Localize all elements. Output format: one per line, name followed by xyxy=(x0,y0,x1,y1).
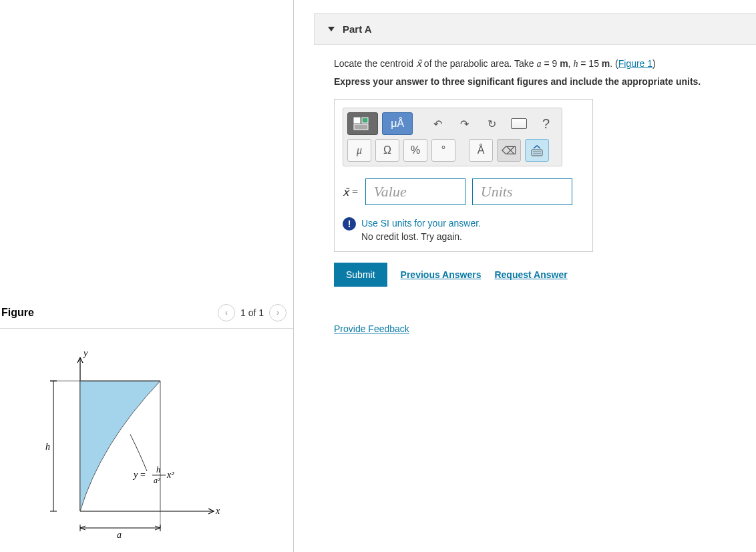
feedback-line1: Use SI units for your answer. xyxy=(361,217,481,231)
svg-text:y: y xyxy=(132,470,138,480)
reset-button[interactable]: ↻ xyxy=(480,112,504,135)
templates-icon xyxy=(353,116,373,131)
previous-answers-link[interactable]: Previous Answers xyxy=(401,269,482,280)
figure-title: Figure xyxy=(1,307,34,319)
submit-button[interactable]: Submit xyxy=(334,263,387,287)
answer-input-row: x̄ = Value Units xyxy=(343,178,584,205)
svg-text:x²: x² xyxy=(166,470,174,480)
alert-icon: ! xyxy=(343,217,356,231)
figure-a-label: a xyxy=(117,530,122,540)
figure-counter: 1 of 1 xyxy=(240,307,264,318)
feedback-line2: No credit lost. Try again. xyxy=(361,231,481,244)
svg-rect-18 xyxy=(354,118,360,123)
answer-toolbar: μÅ ↶ ↷ ↻ ? μ Ω % ° Å xyxy=(343,108,562,166)
figure-equation: y = h a² x² xyxy=(132,465,174,485)
express-instruction: Express your answer to three significant… xyxy=(334,76,756,87)
answer-variable-label: x̄ = xyxy=(343,186,359,198)
answer-box: μÅ ↶ ↷ ↻ ? μ Ω % ° Å xyxy=(334,99,593,252)
omega-button[interactable]: Ω xyxy=(375,139,399,162)
value-input[interactable]: Value xyxy=(365,178,465,205)
keyboard-toggle-button[interactable] xyxy=(525,139,549,162)
svg-rect-19 xyxy=(362,118,368,123)
provide-feedback-link[interactable]: Provide Feedback xyxy=(334,323,409,334)
request-answer-link[interactable]: Request Answer xyxy=(494,269,567,280)
degree-button[interactable]: ° xyxy=(431,139,455,162)
figure-h-label: h xyxy=(45,442,50,452)
angstrom-button[interactable]: Å xyxy=(469,139,493,162)
figure-next-button[interactable]: › xyxy=(269,304,287,321)
svg-text:a²: a² xyxy=(154,476,160,485)
units-input[interactable]: Units xyxy=(472,178,572,205)
figure-scroll-area[interactable]: y x h a y = h a² x² xyxy=(0,331,293,552)
figure-x-label: x xyxy=(215,506,220,516)
figure-link[interactable]: Figure 1 xyxy=(618,58,652,69)
actions-row: Submit Previous Answers Request Answer xyxy=(334,263,756,287)
templates-button[interactable] xyxy=(347,112,378,135)
percent-button[interactable]: % xyxy=(403,139,427,162)
mu-button[interactable]: μ xyxy=(347,139,371,162)
svg-rect-20 xyxy=(354,124,368,130)
part-body: Locate the centroid x̄ of the parabolic … xyxy=(314,45,756,334)
units-mode-button[interactable]: μÅ xyxy=(382,112,413,135)
part-title: Part A xyxy=(343,23,372,35)
figure-prev-button[interactable]: ‹ xyxy=(218,304,235,321)
svg-rect-21 xyxy=(532,150,542,156)
part-header[interactable]: Part A xyxy=(314,13,756,45)
figure-header: Figure ‹ 1 of 1 › xyxy=(0,304,293,329)
keyboard-up-icon xyxy=(530,143,544,158)
undo-button[interactable]: ↶ xyxy=(426,112,449,135)
backspace-button[interactable]: ⌫ xyxy=(497,139,521,162)
keyboard-icon xyxy=(511,118,527,129)
svg-text:=: = xyxy=(140,470,146,480)
figure-nav: ‹ 1 of 1 › xyxy=(218,304,287,321)
feedback-message: ! Use SI units for your answer. No credi… xyxy=(343,217,584,243)
help-button[interactable]: ? xyxy=(534,112,558,135)
question-text: Locate the centroid x̄ of the parabolic … xyxy=(334,57,756,71)
left-pane: Figure ‹ 1 of 1 › xyxy=(0,0,294,552)
redo-button[interactable]: ↷ xyxy=(453,112,477,135)
svg-text:h: h xyxy=(156,465,160,474)
keyboard-button[interactable] xyxy=(508,112,531,135)
chevron-down-icon xyxy=(328,27,335,31)
figure-y-label: y xyxy=(82,348,88,358)
right-pane: Part A Locate the centroid x̄ of the par… xyxy=(294,0,756,552)
figure-diagram: y x h a y = h a² x² xyxy=(0,331,293,552)
